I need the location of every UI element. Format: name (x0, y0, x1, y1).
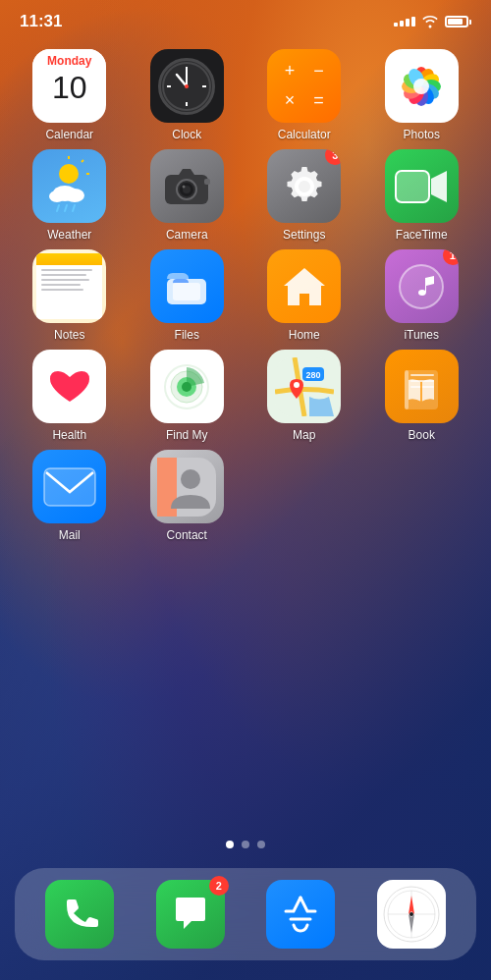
safari-icon (381, 884, 442, 945)
app-contact[interactable]: Contact (140, 450, 234, 542)
svg-marker-43 (284, 268, 325, 305)
status-time: 11:31 (20, 12, 62, 31)
app-weather[interactable]: Weather (23, 149, 116, 242)
calc-plus: + (277, 59, 302, 84)
notes-label: Notes (54, 328, 84, 342)
calc-multiply: × (277, 88, 302, 114)
photos-label: Photos (404, 128, 440, 141)
clock-face (158, 58, 215, 115)
app-row-2: Weather Camera (15, 149, 476, 242)
svg-point-75 (409, 912, 413, 916)
signal-bar-4 (411, 17, 415, 27)
appstore-icon (278, 892, 323, 937)
app-camera[interactable]: Camera (140, 149, 234, 242)
app-home[interactable]: Home (257, 249, 351, 342)
mail-icon (42, 466, 97, 508)
findmy-label: Find My (166, 428, 208, 442)
svg-text:280: 280 (305, 370, 320, 380)
calc-minus: − (306, 59, 332, 84)
wifi-icon (421, 15, 439, 28)
status-icons (394, 15, 471, 28)
health-label: Health (52, 428, 86, 442)
files-label: Files (175, 328, 199, 342)
dock-safari[interactable] (377, 880, 446, 949)
messages-badge: 2 (209, 876, 229, 896)
app-grid: Monday 10 Calendar (0, 39, 491, 826)
app-row-5: Mail Contact (15, 450, 476, 542)
home-icon (278, 260, 331, 313)
messages-icon (168, 892, 213, 937)
svg-marker-32 (179, 169, 194, 175)
svg-line-28 (57, 205, 59, 211)
settings-label: Settings (283, 228, 325, 242)
svg-rect-57 (405, 370, 409, 409)
app-mail[interactable]: Mail (23, 450, 116, 542)
dock-messages[interactable]: 2 (156, 880, 225, 949)
app-clock[interactable]: Clock (140, 49, 234, 141)
dock-phone[interactable] (45, 880, 114, 949)
facetime-label: FaceTime (396, 228, 448, 242)
map-label: Map (293, 428, 315, 442)
app-health[interactable]: Health (23, 350, 116, 442)
itunes-icon (395, 260, 448, 313)
svg-rect-58 (410, 374, 434, 376)
phone-icon (57, 892, 102, 937)
svg-line-30 (73, 205, 75, 211)
mail-label: Mail (59, 528, 81, 542)
camera-icon (157, 157, 216, 216)
svg-line-23 (82, 160, 83, 162)
svg-point-67 (181, 469, 200, 489)
camera-label: Camera (166, 228, 208, 242)
dock-appstore[interactable] (266, 880, 335, 949)
svg-point-37 (183, 185, 186, 188)
svg-point-20 (413, 79, 429, 94)
app-book[interactable]: Book (375, 350, 468, 442)
status-bar: 11:31 (0, 0, 491, 39)
app-calendar[interactable]: Monday 10 Calendar (23, 49, 116, 141)
svg-marker-40 (431, 171, 447, 202)
contact-label: Contact (167, 528, 207, 542)
app-row-1: Monday 10 Calendar (15, 49, 476, 141)
app-findmy[interactable]: Find My (140, 350, 234, 442)
app-itunes[interactable]: 1 iTunes (375, 249, 468, 342)
battery-icon (445, 16, 471, 27)
map-icon: 280 (275, 357, 334, 416)
page-dot-3[interactable] (257, 841, 265, 848)
itunes-label: iTunes (404, 328, 439, 342)
svg-point-27 (49, 191, 65, 202)
signal-bar-3 (406, 19, 409, 27)
signal-bar-1 (394, 23, 398, 27)
svg-line-29 (65, 205, 67, 211)
svg-rect-33 (204, 179, 210, 185)
app-calculator[interactable]: + − × = Calculator (257, 49, 351, 141)
book-label: Book (409, 428, 435, 442)
findmy-icon (157, 357, 216, 416)
signal-bars (394, 17, 415, 27)
app-photos[interactable]: Photos (375, 49, 468, 141)
calc-equals: = (306, 88, 332, 114)
page-dot-1[interactable] (226, 841, 234, 848)
svg-rect-42 (173, 283, 200, 300)
settings-badge: 3 (325, 149, 341, 165)
svg-point-7 (185, 84, 189, 88)
app-facetime[interactable]: FaceTime (375, 149, 468, 242)
home-label: Home (289, 328, 320, 342)
app-row-4: Health Find My (15, 350, 476, 442)
clock-label: Clock (172, 128, 201, 141)
app-files[interactable]: Files (140, 249, 234, 342)
app-map[interactable]: 280 Map (257, 350, 351, 442)
contact-icon (157, 458, 216, 517)
calendar-month: Monday (32, 49, 106, 70)
svg-point-26 (65, 189, 84, 202)
health-icon (40, 357, 99, 416)
signal-bar-2 (400, 21, 404, 27)
app-settings[interactable]: 3 Settings (257, 149, 351, 242)
calculator-grid: + − × = (267, 49, 341, 123)
svg-point-21 (59, 164, 79, 184)
svg-rect-62 (44, 468, 95, 506)
page-dot-2[interactable] (242, 841, 249, 848)
svg-point-55 (294, 382, 300, 388)
files-icon (159, 259, 214, 314)
facetime-icon (394, 165, 449, 208)
app-notes[interactable]: Notes (23, 249, 116, 342)
